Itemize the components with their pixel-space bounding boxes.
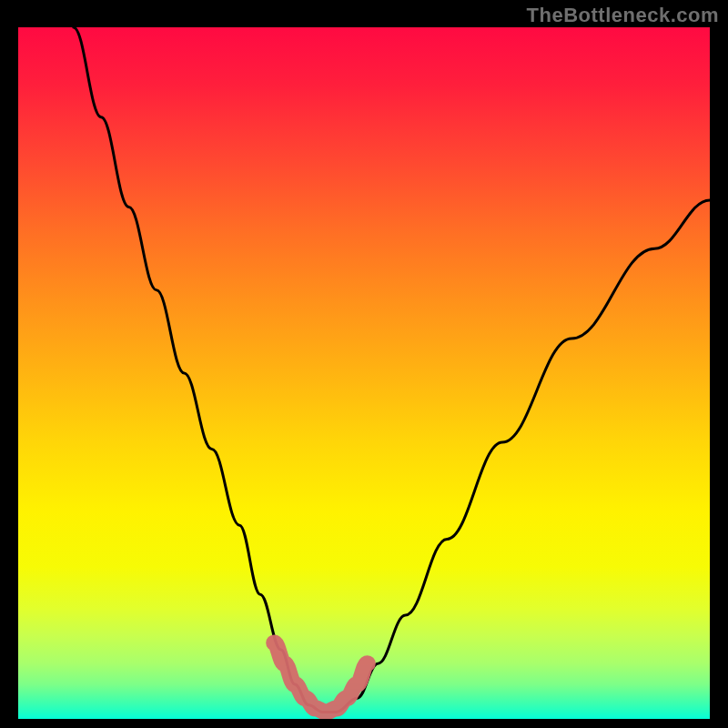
watermark-text: TheBottleneck.com <box>527 4 719 27</box>
chart-frame: TheBottleneck.com <box>0 0 728 728</box>
optimal-range-highlight <box>274 642 368 712</box>
curve-layer <box>18 27 710 719</box>
bottleneck-curve <box>74 27 710 712</box>
plot-area <box>18 27 710 719</box>
